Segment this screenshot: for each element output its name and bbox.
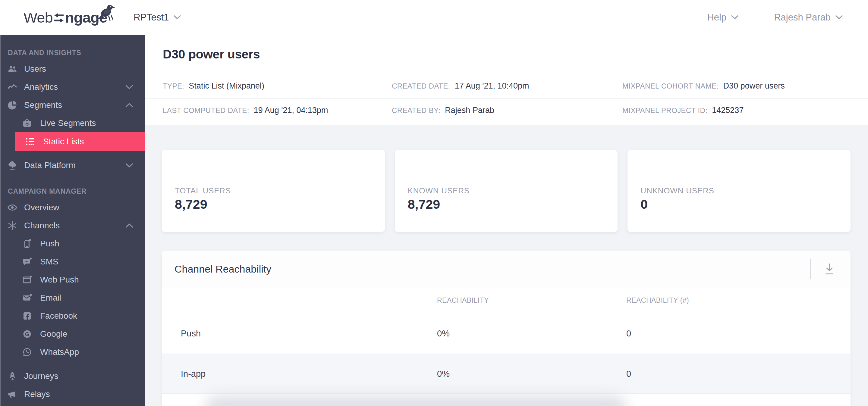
meta-last-computed: LAST COMPUTED DATE: 19 Aug '21, 04:13pm xyxy=(163,106,392,115)
meta-label: MIXPANEL COHORT NAME: xyxy=(622,82,719,90)
webengage-logo[interactable]: Web ngage xyxy=(24,9,107,26)
sidebar-item-label: Overview xyxy=(24,203,145,212)
meta-cohort-name: MIXPANEL COHORT NAME: D30 power users xyxy=(622,81,865,91)
sidebar-item-relays[interactable]: Relays xyxy=(0,385,145,403)
email-channel-icon xyxy=(22,293,32,303)
meta-created-date: CREATED DATE: 17 Aug '21, 10:40pm xyxy=(392,81,622,91)
stat-card-label: UNKNOWN USERS xyxy=(641,186,714,196)
table-header-reachability-count: REACHABILITY (#) xyxy=(626,296,850,304)
chevron-down-icon xyxy=(125,163,133,168)
sidebar-item-sms[interactable]: SMS xyxy=(0,253,145,271)
meta-type: TYPE: Static List (Mixpanel) xyxy=(163,81,392,91)
megaphone-icon xyxy=(7,389,18,399)
table-header-row: REACHABILITY REACHABILITY (#) xyxy=(162,288,850,313)
web-push-channel-icon xyxy=(22,275,32,285)
whatsapp-icon xyxy=(22,347,32,357)
sidebar-item-label: Facebook xyxy=(40,311,145,321)
bottom-overlay-shadow xyxy=(205,395,627,406)
sidebar-item-label: Web Push xyxy=(40,275,145,284)
sidebar-nav: DATA AND INSIGHTS Users Analytics xyxy=(0,35,145,406)
sidebar-item-label: Relays xyxy=(24,390,145,399)
meta-value: 1425237 xyxy=(712,106,744,115)
download-button[interactable] xyxy=(820,260,839,279)
logo-arrows-icon xyxy=(54,13,64,24)
cell-channel: In-app xyxy=(162,369,437,379)
cell-reachability: 0% xyxy=(437,369,626,379)
meta-created-by: CREATED BY: Rajesh Parab xyxy=(392,106,622,115)
sidebar-item-live-segments[interactable]: Live Segments xyxy=(0,114,145,132)
chevron-up-icon xyxy=(125,103,133,107)
workspace-switcher[interactable]: RPTest1 xyxy=(133,12,181,23)
live-segments-icon xyxy=(22,118,32,128)
sidebar-item-data-platform[interactable]: Data Platform xyxy=(0,156,145,174)
help-label: Help xyxy=(707,12,726,23)
page-header: D30 power users TYPE: Static List (Mixpa… xyxy=(145,35,868,125)
stat-card-value: 8,729 xyxy=(408,197,440,212)
sidebar-item-facebook[interactable]: Facebook xyxy=(0,307,145,325)
channels-hub-icon xyxy=(7,221,18,231)
meta-label: TYPE: xyxy=(163,82,184,90)
panel-header: Channel Reachability xyxy=(162,250,850,288)
topbar-right: Help Rajesh Parab xyxy=(707,12,868,23)
stat-card-label: KNOWN USERS xyxy=(408,186,470,196)
header-divider xyxy=(810,259,811,279)
download-icon xyxy=(824,263,835,276)
sidebar-item-label: SMS xyxy=(40,257,145,267)
sms-channel-icon xyxy=(22,257,32,267)
sidebar-item-label: Email xyxy=(40,293,145,303)
sidebar-item-segments[interactable]: Segments xyxy=(0,96,145,114)
stat-card-total-users: TOTAL USERS 8,729 xyxy=(162,150,385,232)
sidebar-item-email[interactable]: Email xyxy=(0,289,145,307)
stat-card-value: 0 xyxy=(641,197,648,212)
sidebar-item-static-lists[interactable]: Static Lists xyxy=(15,132,145,151)
stat-card-value: 8,729 xyxy=(175,197,207,212)
rocket-icon xyxy=(7,371,18,381)
sidebar-item-label: WhatsApp xyxy=(40,347,145,357)
sidebar-item-push[interactable]: Push xyxy=(0,235,145,253)
cell-count: 0 xyxy=(626,369,850,379)
eye-icon xyxy=(7,202,18,213)
user-name: Rajesh Parab xyxy=(774,12,831,23)
cell-reachability: 0% xyxy=(437,329,626,339)
sidebar-item-channels[interactable]: Channels xyxy=(0,216,145,235)
page-title: D30 power users xyxy=(163,47,260,62)
sidebar-item-label: Push xyxy=(40,239,145,248)
meta-label: CREATED BY: xyxy=(392,106,440,115)
meta-label: LAST COMPUTED DATE: xyxy=(163,106,249,115)
analytics-icon xyxy=(7,82,18,92)
help-menu[interactable]: Help xyxy=(707,12,738,23)
sidebar-item-users[interactable]: Users xyxy=(0,60,145,78)
chevron-down-icon xyxy=(835,15,843,20)
sidebar-item-whatsapp[interactable]: WhatsApp xyxy=(0,343,145,361)
logo-text-web: Web xyxy=(24,9,53,26)
meta-row-2: LAST COMPUTED DATE: 19 Aug '21, 04:13pm … xyxy=(163,106,865,115)
cell-count: 0 xyxy=(626,329,850,339)
sidebar-item-web-push[interactable]: Web Push xyxy=(0,271,145,289)
data-platform-icon xyxy=(7,160,18,170)
table-header-reachability: REACHABILITY xyxy=(437,296,626,304)
sidebar-item-google[interactable]: G Google xyxy=(0,325,145,343)
sidebar-section-campaign-manager: CAMPAIGN MANAGER xyxy=(0,184,145,199)
table-row-push: Push 0% 0 xyxy=(162,313,850,354)
chevron-up-icon xyxy=(125,223,133,228)
sidebar-item-journeys[interactable]: Journeys xyxy=(0,367,145,385)
sidebar-item-analytics[interactable]: Analytics xyxy=(0,78,145,96)
user-menu[interactable]: Rajesh Parab xyxy=(774,12,843,23)
logo-bird-icon xyxy=(96,1,120,23)
meta-label: CREATED DATE: xyxy=(392,82,450,90)
meta-value: D30 power users xyxy=(723,81,785,91)
chevron-down-icon xyxy=(174,15,181,20)
users-icon xyxy=(7,64,18,74)
top-bar: Web ngage xyxy=(0,0,868,35)
chevron-down-icon xyxy=(125,84,133,90)
sidebar-item-label: Static Lists xyxy=(43,137,145,146)
sidebar-item-overview[interactable]: Overview xyxy=(0,199,145,216)
meta-value: Rajesh Parab xyxy=(445,106,494,115)
channel-reachability-panel: Channel Reachability REACHABILITY REACHA… xyxy=(162,250,850,406)
stat-cards: TOTAL USERS 8,729 KNOWN USERS 8,729 UNKN… xyxy=(162,150,850,232)
meta-project-id: MIXPANEL PROJECT ID: 1425237 xyxy=(622,106,865,115)
sidebar-item-label: Journeys xyxy=(24,371,145,381)
stat-card-known-users: KNOWN USERS 8,729 xyxy=(395,150,618,232)
meta-value: 17 Aug '21, 10:40pm xyxy=(455,81,529,91)
static-lists-icon xyxy=(25,136,35,147)
